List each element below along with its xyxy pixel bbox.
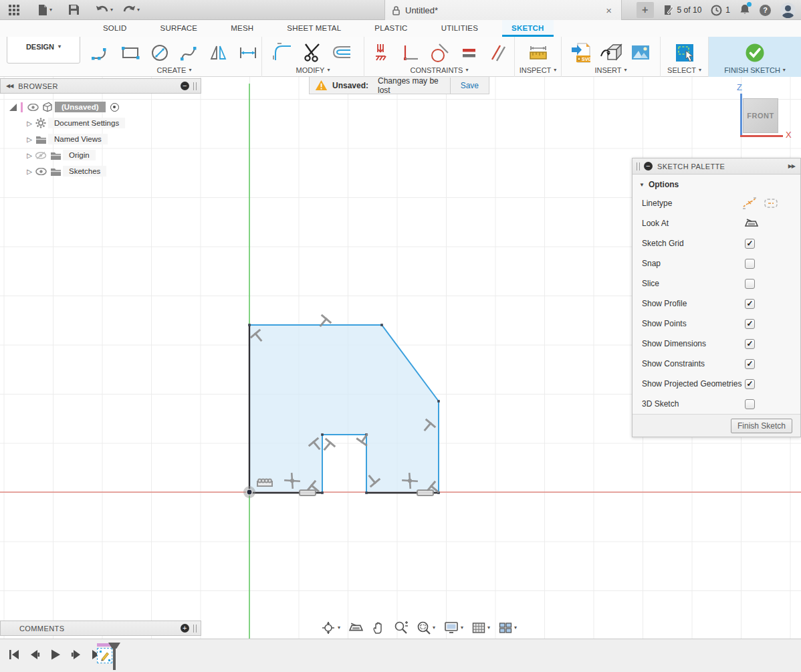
sketch-grid-checkbox[interactable]: ✓ — [745, 239, 755, 249]
tab-plastic[interactable]: PLASTIC — [365, 20, 417, 37]
timeline-position-marker[interactable] — [113, 647, 116, 670]
tab-mesh[interactable]: MESH — [221, 20, 263, 37]
tree-expand-arrow-icon[interactable]: ▷ — [25, 120, 33, 127]
activate-component-radio[interactable] — [110, 103, 119, 112]
select-tool-button[interactable] — [673, 41, 697, 65]
snap-checkbox[interactable] — [745, 259, 755, 269]
visibility-eye-off-icon[interactable] — [33, 151, 48, 160]
pan-button[interactable] — [372, 621, 385, 635]
expand-corner-icon[interactable] — [9, 104, 17, 111]
fillet-tool-button[interactable] — [271, 41, 296, 65]
root-document-label[interactable]: (Unsaved) — [55, 102, 106, 112]
look-at-icon[interactable] — [745, 218, 758, 229]
grid-settings-button[interactable]: ▾ — [472, 622, 490, 634]
line-tool-button[interactable] — [89, 41, 113, 65]
group-label-select[interactable]: SELECT▾ — [667, 66, 701, 77]
app-grid-button[interactable] — [5, 2, 23, 18]
visibility-eye-icon[interactable] — [25, 104, 40, 111]
measure-tool-button[interactable] — [526, 41, 550, 65]
tree-row-origin[interactable]: ▷ Origin — [0, 147, 201, 163]
equal-constraint-button[interactable] — [457, 41, 481, 65]
insert-mesh-button[interactable] — [599, 41, 623, 65]
viewcube[interactable]: Z FRONT X — [732, 80, 799, 144]
group-label-modify[interactable]: MODIFY▾ — [296, 66, 330, 77]
tree-row-named-views[interactable]: ▷ Named Views — [0, 131, 201, 147]
insert-svg-button[interactable]: SVG — [570, 41, 594, 65]
show-profile-checkbox[interactable]: ✓ — [745, 299, 755, 309]
tree-item-label[interactable]: Named Views — [48, 134, 108, 144]
spline-tool-button[interactable] — [177, 41, 201, 65]
browser-header[interactable]: ◀◀ BROWSER − — [0, 78, 201, 94]
mirror-tool-button[interactable] — [207, 41, 231, 65]
show-constraints-checkbox[interactable]: ✓ — [745, 359, 755, 369]
tree-item-label[interactable]: Document Settings — [48, 118, 125, 128]
tree-expand-arrow-icon[interactable]: ▷ — [25, 152, 33, 159]
save-button[interactable] — [66, 2, 82, 17]
tree-expand-arrow-icon[interactable]: ▷ — [25, 136, 33, 143]
redo-button[interactable]: ▾ — [120, 3, 142, 17]
palette-grip-handle[interactable] — [637, 162, 640, 171]
comments-header[interactable]: COMMENTS + — [0, 621, 201, 636]
comments-grip-handle[interactable] — [193, 625, 197, 633]
new-tab-button[interactable]: + — [637, 2, 654, 18]
play-button[interactable] — [49, 649, 62, 661]
step-back-button[interactable] — [29, 649, 41, 661]
centerline-linetype-icon[interactable] — [764, 197, 778, 209]
circle-tool-button[interactable] — [148, 41, 172, 65]
clock-button[interactable]: 1 — [711, 5, 730, 16]
group-label-inspect[interactable]: INSPECT▾ — [520, 66, 557, 77]
tab-solid[interactable]: SOLID — [94, 20, 136, 37]
group-label-create[interactable]: CREATE▾ — [157, 66, 192, 77]
display-settings-button[interactable]: ▾ — [444, 621, 463, 634]
show-dimensions-checkbox[interactable]: ✓ — [745, 339, 755, 349]
tab-utilities[interactable]: UTILITIES — [432, 20, 487, 37]
job-status-button[interactable]: 5 of 10 — [663, 5, 702, 15]
tree-row-root[interactable]: (Unsaved) — [0, 99, 201, 115]
help-button[interactable]: ? — [760, 5, 771, 16]
step-forward-button[interactable] — [70, 649, 82, 661]
look-at-view-button[interactable] — [349, 622, 363, 633]
coincident-constraint-button[interactable] — [368, 41, 392, 65]
avatar[interactable] — [780, 3, 796, 18]
skip-to-start-button[interactable] — [8, 649, 20, 661]
show-points-checkbox[interactable]: ✓ — [745, 319, 755, 329]
undo-button[interactable]: ▾ — [93, 3, 116, 17]
close-tab-icon[interactable]: × — [603, 5, 614, 16]
expand-right-icon[interactable]: ▶▶ — [788, 163, 795, 169]
tree-expand-arrow-icon[interactable]: ▷ — [25, 168, 33, 175]
construction-linetype-icon[interactable] — [742, 197, 757, 209]
add-comment-icon[interactable]: + — [181, 624, 189, 633]
tree-row-sketches[interactable]: ▷ Sketches — [0, 163, 201, 179]
viewcube-front-face[interactable]: FRONT — [743, 98, 778, 133]
browser-grip-handle[interactable] — [193, 82, 197, 90]
finish-sketch-button[interactable]: FINISH SKETCH▾ — [709, 37, 801, 77]
fit-button[interactable]: ▾ — [417, 621, 435, 635]
browser-minimize-icon[interactable]: − — [181, 82, 189, 90]
dimension-tool-button[interactable] — [236, 41, 260, 65]
tangent-constraint-button[interactable] — [427, 41, 451, 65]
visibility-eye-icon[interactable] — [33, 168, 48, 175]
3d-sketch-checkbox[interactable] — [745, 399, 755, 409]
show-projected-geometries-checkbox[interactable]: ✓ — [745, 379, 755, 389]
group-label-insert[interactable]: INSERT▾ — [594, 66, 626, 77]
trim-tool-button[interactable] — [301, 41, 325, 65]
document-tab[interactable]: Untitled* × — [384, 0, 622, 20]
orbit-button[interactable]: ▾ — [321, 621, 340, 635]
tree-row-document-settings[interactable]: ▷ Document Settings — [0, 115, 201, 131]
tree-item-label[interactable]: Origin — [63, 150, 96, 160]
rectangle-tool-button[interactable] — [118, 41, 142, 65]
zoom-button[interactable] — [394, 621, 408, 635]
file-menu-button[interactable]: ▾ — [35, 2, 55, 18]
slice-checkbox[interactable] — [745, 279, 755, 289]
tree-item-label[interactable]: Sketches — [63, 166, 106, 177]
parallel-constraint-button[interactable] — [486, 41, 510, 65]
palette-minimize-icon[interactable]: − — [644, 162, 653, 171]
insert-canvas-button[interactable] — [628, 41, 653, 65]
options-section-header[interactable]: ▼ Options — [633, 175, 800, 193]
collapse-left-icon[interactable]: ◀◀ — [6, 83, 13, 89]
sketch-palette-header[interactable]: − SKETCH PALETTE ▶▶ — [633, 158, 800, 175]
offset-tool-button[interactable] — [330, 41, 354, 65]
group-label-constraints[interactable]: CONSTRAINTS▾ — [411, 66, 469, 77]
tab-surface[interactable]: SURFACE — [151, 20, 207, 37]
notifications-button[interactable] — [739, 3, 750, 17]
